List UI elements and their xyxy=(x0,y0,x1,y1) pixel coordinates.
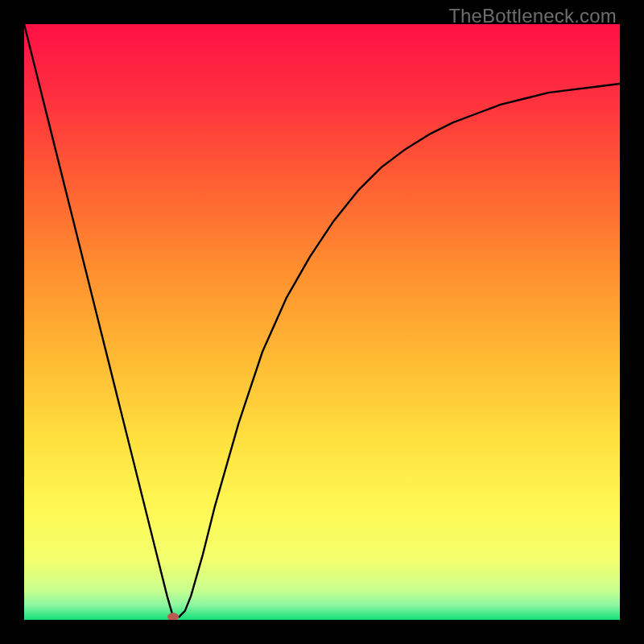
plot-area xyxy=(24,24,620,620)
chart-container: TheBottleneck.com xyxy=(0,0,644,644)
chart-svg xyxy=(24,24,620,620)
gradient-background xyxy=(24,24,620,620)
